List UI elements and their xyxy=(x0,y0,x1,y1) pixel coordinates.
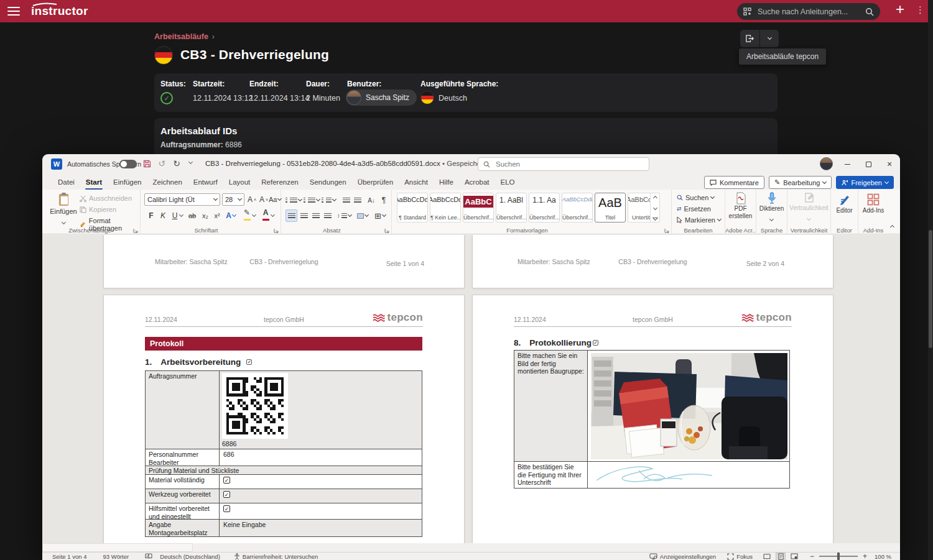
redo-button[interactable]: ↻ xyxy=(170,158,183,168)
gallery-up-icon[interactable] xyxy=(652,196,657,200)
bold-button[interactable]: F xyxy=(146,209,157,222)
bullet-list-button[interactable] xyxy=(285,194,302,206)
editor-button[interactable]: Editor xyxy=(831,193,858,214)
zoom-slider-thumb[interactable] xyxy=(837,553,840,560)
gallery-more-icon[interactable] xyxy=(652,218,658,220)
line-spacing-button[interactable]: ↕ xyxy=(337,209,351,222)
justify-button[interactable] xyxy=(322,209,333,222)
editing-mode-button[interactable]: ✎ Bearbeitung xyxy=(769,176,832,189)
font-color-dropdown-icon[interactable] xyxy=(271,213,275,217)
style-ueberschrift3[interactable]: 1.1. AaÜberschrif... xyxy=(529,193,560,223)
grow-font-button[interactable]: A˄ xyxy=(246,193,258,206)
sort-button[interactable]: A↓ xyxy=(366,194,377,206)
tab-sendungen[interactable]: Sendungen xyxy=(304,176,352,190)
display-settings-item[interactable]: Anzeigeeinstellungen xyxy=(649,553,716,560)
user-chip[interactable]: Sascha Spitz xyxy=(346,90,417,106)
style-ueberschrift1[interactable]: AaBbCÜberschrif... xyxy=(463,193,494,223)
tab-ansicht[interactable]: Ansicht xyxy=(399,176,434,190)
word-search-box[interactable] xyxy=(478,157,649,171)
minimize-button[interactable] xyxy=(837,154,858,174)
save-icon[interactable] xyxy=(143,160,151,168)
align-left-button[interactable] xyxy=(285,209,297,222)
text-effects-button[interactable]: A xyxy=(225,209,236,222)
underline-button[interactable]: U xyxy=(169,209,180,222)
zoom-slider[interactable] xyxy=(819,556,858,557)
zoom-in-button[interactable]: + xyxy=(863,552,867,560)
style-titel[interactable]: AaBTitel xyxy=(595,193,626,223)
decrease-indent-button[interactable] xyxy=(341,194,352,206)
dictate-button[interactable]: Diktieren xyxy=(756,192,787,223)
statusbar-language[interactable]: Deutsch (Deutschland) xyxy=(160,553,220,560)
italic-button[interactable]: K xyxy=(157,209,169,222)
highlight-dropdown-icon[interactable] xyxy=(252,213,256,217)
heading-checkbox-icon[interactable]: ✓ xyxy=(246,359,252,365)
cut-button[interactable]: Ausschneiden xyxy=(80,195,132,202)
strikethrough-button[interactable]: ab xyxy=(187,209,198,222)
highlight-button[interactable]: ✎ xyxy=(241,208,253,221)
numbered-list-button[interactable] xyxy=(304,194,320,206)
read-mode-view-icon[interactable] xyxy=(763,553,771,560)
comments-button[interactable]: Kommentare xyxy=(704,176,764,189)
tab-entwurf[interactable]: Entwurf xyxy=(188,176,223,190)
style-ueberschrift2[interactable]: 1. AaBlÜberschrif... xyxy=(496,193,527,223)
statusbar-words[interactable]: 93 Wörter xyxy=(103,553,129,560)
tab-datei[interactable]: Datei xyxy=(52,176,80,190)
close-button[interactable]: × xyxy=(879,154,900,174)
dialog-launcher-icon[interactable] xyxy=(664,228,669,233)
undo-button[interactable]: ↺ xyxy=(156,158,168,168)
change-case-button[interactable]: Aa xyxy=(269,193,281,206)
paste-button[interactable]: Einfügen xyxy=(51,192,76,226)
superscript-button[interactable]: x² xyxy=(211,209,223,222)
select-button[interactable]: Markieren xyxy=(677,216,721,224)
shading-button[interactable] xyxy=(357,209,368,222)
show-paragraph-marks-button[interactable]: ¶ xyxy=(378,194,389,206)
checkbox-checked[interactable]: ✓ xyxy=(223,505,230,512)
dialog-launcher-icon[interactable] xyxy=(133,228,138,233)
zoom-level[interactable]: 100 % xyxy=(875,553,891,560)
font-color-button[interactable]: A xyxy=(260,208,271,221)
tab-referenzen[interactable]: Referenzen xyxy=(256,176,304,190)
app-logo[interactable]: instructor xyxy=(31,4,88,18)
tab-einfuegen[interactable]: Einfügen xyxy=(108,176,147,190)
align-right-button[interactable] xyxy=(310,209,322,222)
scrollbar-thumb[interactable] xyxy=(929,230,932,348)
increase-indent-button[interactable] xyxy=(352,194,363,206)
style-ueberschrift4[interactable]: AaBbCcDdiÜberschrif... xyxy=(562,193,593,223)
collapse-ribbon-icon[interactable] xyxy=(890,225,894,229)
share-button[interactable]: Freigeben xyxy=(836,176,894,189)
overflow-menu-icon[interactable]: ⋮ xyxy=(916,4,925,16)
addins-button[interactable]: Add-Ins xyxy=(858,193,888,214)
tab-zeichnen[interactable]: Zeichnen xyxy=(147,176,187,190)
create-pdf-button[interactable]: PDF erstellen xyxy=(725,192,756,219)
shrink-font-button[interactable]: A˅ xyxy=(258,193,269,206)
dialog-launcher-icon[interactable] xyxy=(384,228,389,233)
checkbox-checked[interactable]: ✓ xyxy=(223,477,230,484)
align-center-button[interactable] xyxy=(299,209,310,222)
customize-quickaccess-icon[interactable] xyxy=(184,158,197,165)
zoom-out-button[interactable]: − xyxy=(810,552,814,560)
heading-checkbox-icon[interactable]: ✓ xyxy=(593,340,598,346)
tab-hilfe[interactable]: Hilfe xyxy=(434,176,459,190)
tab-acrobat[interactable]: Acrobat xyxy=(459,176,495,190)
word-search-input[interactable] xyxy=(494,160,644,168)
breadcrumb[interactable]: Arbeitsabläufe› xyxy=(154,32,215,41)
replace-button[interactable]: ⇄ Ersetzen xyxy=(677,205,711,213)
font-size-combobox[interactable]: 28 xyxy=(222,193,244,206)
print-layout-view-icon[interactable] xyxy=(776,553,785,560)
style-standard[interactable]: AaBbCcDdI¶ Standard xyxy=(397,193,428,223)
autosave-toggle[interactable] xyxy=(119,160,137,168)
export-button[interactable] xyxy=(740,30,759,47)
borders-button[interactable]: ⊞ xyxy=(374,209,386,222)
checkbox-checked[interactable]: ✓ xyxy=(223,491,230,498)
style-kein-leerraum[interactable]: AaBbCcDd¶ Kein Lee... xyxy=(430,193,461,223)
web-layout-view-icon[interactable] xyxy=(790,553,799,560)
global-search[interactable] xyxy=(737,3,880,20)
accessibility-item[interactable]: Barrierefreiheit: Untersuchen xyxy=(234,553,318,560)
tab-ueberpruefen[interactable]: Überprüfen xyxy=(352,176,399,190)
hamburger-menu-icon[interactable] xyxy=(7,7,20,16)
tab-layout[interactable]: Layout xyxy=(223,176,256,190)
export-dropdown-button[interactable] xyxy=(760,30,779,47)
styles-gallery-scroll[interactable] xyxy=(650,193,660,223)
copy-button[interactable]: Kopieren xyxy=(80,206,116,213)
global-search-input[interactable] xyxy=(756,7,860,17)
